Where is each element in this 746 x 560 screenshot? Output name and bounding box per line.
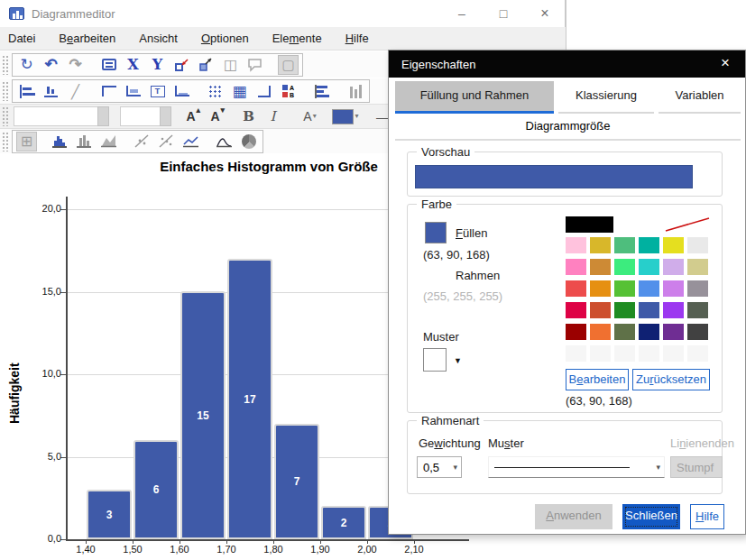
palette-black-swatch[interactable] <box>566 216 613 233</box>
line-chart-icon[interactable] <box>180 132 201 151</box>
toolbar-grip[interactable] <box>2 106 9 126</box>
y-axis-reference-icon[interactable] <box>16 81 37 101</box>
minimize-icon[interactable]: – <box>453 6 471 21</box>
y-axis-icon[interactable]: Y <box>147 55 168 75</box>
palette-color-cell[interactable] <box>614 324 635 340</box>
palette-color-cell[interactable] <box>639 324 659 340</box>
bearbeiten-button[interactable]: Bearbeiten <box>566 369 629 390</box>
zuruecksetzen-button[interactable]: Zurücksetzen <box>632 369 710 390</box>
palette-color-cell[interactable] <box>663 280 684 297</box>
font-family-combo[interactable] <box>14 106 109 126</box>
rahmen-label[interactable]: Rahmen <box>456 269 500 282</box>
palette-color-cell[interactable] <box>590 324 611 340</box>
properties-icon[interactable] <box>98 55 119 75</box>
italic-icon[interactable]: I <box>262 106 283 126</box>
x-tick-label[interactable]: 2,10 <box>396 544 432 555</box>
palette-color-cell[interactable] <box>687 302 708 318</box>
pattern-dropdown-icon[interactable]: ▼ <box>454 356 462 365</box>
hilfe-button[interactable]: Hilfe <box>690 504 724 529</box>
dialog-close-icon[interactable]: × <box>716 54 734 72</box>
palette-color-cell[interactable] <box>687 237 708 253</box>
cube-3d-icon[interactable]: ◫ <box>220 55 241 75</box>
palette-color-cell[interactable] <box>687 345 708 362</box>
palette-color-cell[interactable] <box>590 237 611 253</box>
palette-color-cell[interactable] <box>687 259 708 275</box>
histogram-bar[interactable]: 17 <box>227 259 272 539</box>
palette-transparent-swatch[interactable] <box>664 216 711 233</box>
rotate-icon[interactable]: ↻ <box>16 55 37 75</box>
annotation-bubble-icon[interactable] <box>244 55 265 75</box>
histogram-bar[interactable]: 15 <box>180 291 226 539</box>
tab-klassierung[interactable]: Klassierung <box>558 81 654 114</box>
palette-color-cell[interactable] <box>590 302 611 318</box>
menu-elemente[interactable]: Elemente <box>261 27 334 50</box>
menu-hilfe[interactable]: Hilfe <box>334 27 381 50</box>
x-axis-icon[interactable]: X <box>123 55 143 75</box>
bold-icon[interactable]: B <box>238 106 259 126</box>
palette-color-cell[interactable] <box>614 302 635 318</box>
histogram-bar[interactable]: 2 <box>321 506 366 539</box>
histogram-bar[interactable]: 3 <box>87 490 132 539</box>
legend-ab-icon[interactable]: AB <box>278 81 299 101</box>
toolbar-grip[interactable] <box>2 132 9 151</box>
bar-chart-icon[interactable] <box>74 132 95 151</box>
area-chart-icon[interactable] <box>98 132 119 151</box>
muster-line-select[interactable]: ▾ <box>488 456 665 478</box>
palette-color-cell[interactable] <box>590 345 611 362</box>
transpose-in-icon[interactable] <box>171 55 192 75</box>
tab-fuellung-und-rahmen[interactable]: Füllung und Rahmen <box>395 81 554 114</box>
palette-color-cell[interactable] <box>687 324 708 340</box>
y-tick-label[interactable]: 10,0 <box>20 368 61 379</box>
gewichtung-select[interactable]: 0,5▾ <box>417 456 462 478</box>
fill-color-icon[interactable]: ▾ <box>327 106 364 126</box>
x-tick-label[interactable]: 1,90 <box>302 544 338 555</box>
horizontal-bars-icon[interactable] <box>311 81 332 101</box>
decrease-font-icon[interactable]: A▾ <box>205 106 226 126</box>
x-axis-reference-icon[interactable] <box>41 81 61 101</box>
dialog-titlebar[interactable]: Eigenschaften × <box>389 50 745 78</box>
x-tick-label[interactable]: 1,60 <box>161 544 198 555</box>
palette-color-cell[interactable] <box>614 237 635 253</box>
grid-lines-icon[interactable]: ▦ <box>229 81 250 101</box>
palette-color-cell[interactable] <box>566 302 586 318</box>
palette-color-cell[interactable] <box>566 280 586 297</box>
tab-diagrammgroesse[interactable]: Diagrammgröße <box>395 115 741 141</box>
panel-icon[interactable]: ▢ <box>278 55 299 75</box>
x-tick-label[interactable]: 1,70 <box>208 544 244 555</box>
toolbar-grip[interactable] <box>2 81 9 101</box>
palette-color-cell[interactable] <box>614 259 635 275</box>
maximize-icon[interactable]: □ <box>494 6 512 21</box>
palette-color-cell[interactable] <box>566 237 586 253</box>
palette-color-cell[interactable] <box>639 280 659 297</box>
palette-color-cell[interactable] <box>566 324 586 340</box>
diagonal-reference-icon[interactable]: ╱ <box>65 81 86 101</box>
undo-icon[interactable]: ↶ <box>41 55 61 75</box>
palette-color-cell[interactable] <box>639 259 659 275</box>
toolbar-grip[interactable] <box>2 55 9 75</box>
x-tick-label[interactable]: 2,00 <box>349 544 385 555</box>
palette-color-cell[interactable] <box>663 324 684 340</box>
palette-color-cell[interactable] <box>590 259 611 275</box>
menu-bearbeiten[interactable]: Bearbeiten <box>47 27 127 50</box>
text-color-icon[interactable]: A▾ <box>299 106 320 126</box>
fuellen-label[interactable]: Füllen <box>456 226 487 240</box>
palette-color-cell[interactable] <box>663 345 684 362</box>
tab-variablen[interactable]: Variablen <box>659 81 741 114</box>
grid-dots-icon[interactable] <box>205 81 226 101</box>
x-tick-label[interactable]: 1,80 <box>255 544 291 555</box>
palette-color-cell[interactable] <box>663 259 684 275</box>
schliessen-button[interactable]: Schließen <box>622 504 680 529</box>
scatter-icon[interactable] <box>132 132 152 151</box>
palette-color-cell[interactable] <box>663 302 684 318</box>
x-tick-label[interactable]: 1,40 <box>68 544 104 555</box>
palette-color-cell[interactable] <box>639 237 659 253</box>
palette-color-cell[interactable] <box>639 302 659 318</box>
subtitle-icon[interactable] <box>123 81 143 101</box>
histogram-bar[interactable]: 6 <box>134 440 179 539</box>
text-box-icon[interactable]: T <box>147 81 168 101</box>
footnote-icon[interactable] <box>171 81 192 101</box>
histogram-bar[interactable]: 7 <box>274 424 319 539</box>
redo-icon[interactable]: ↷ <box>65 55 86 75</box>
palette-color-cell[interactable] <box>614 280 635 297</box>
menu-datei[interactable]: Datei <box>0 27 47 50</box>
